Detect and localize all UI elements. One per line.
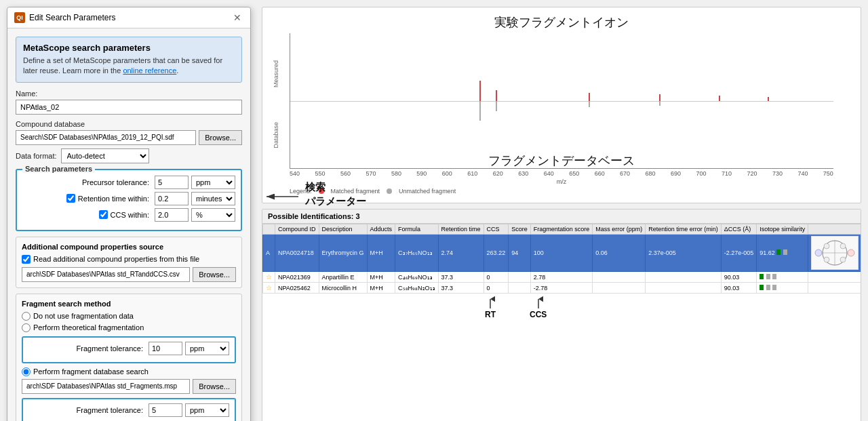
cell-dccs: 90.03 <box>721 283 757 294</box>
fragment-tol-unit-2[interactable]: ppm <box>185 403 229 417</box>
cell-compound-id: NPA025462 <box>275 283 319 294</box>
read-props-checkbox-label[interactable]: Read additional compound properties from… <box>22 255 236 264</box>
precursor-unit-select[interactable]: ppm <box>191 176 235 189</box>
ccs-arrow-svg <box>534 296 543 310</box>
star-icon: ☆ <box>266 284 272 292</box>
cell-rank: A <box>263 235 275 272</box>
bar-up-5 <box>719 96 720 101</box>
db-file-input[interactable] <box>22 379 190 394</box>
theoretical-radio[interactable] <box>22 323 31 332</box>
table-row[interactable]: ☆ NPA021369 Anpartillin E M+H C₄₆H₆₉NO₁₃… <box>263 272 861 283</box>
rt-annotation: RT <box>485 296 496 319</box>
props-file-input[interactable] <box>22 267 190 282</box>
ccs-unit-select[interactable]: % <box>191 208 235 222</box>
rt-label: RT <box>485 310 496 319</box>
rt-unit-select[interactable]: minutes <box>191 192 235 205</box>
read-props-checkbox[interactable] <box>22 255 31 264</box>
col-rt-err: Retention time error (min) <box>646 224 722 235</box>
dialog-title: Edit Search Parameters <box>29 13 115 22</box>
search-params-legend: Search parameters <box>22 165 95 173</box>
data-format-row: Data format: Auto-detect <box>16 148 242 163</box>
no-fragment-radio[interactable] <box>22 312 31 321</box>
ccs-checkbox-label[interactable]: CCS within: <box>22 210 152 219</box>
cell-score: 94 <box>509 235 531 272</box>
table-row[interactable]: ☆ NPA025462 Microcollin H M+H C₅₈H₉₈N₂O₁… <box>263 283 861 294</box>
cell-score <box>509 283 531 294</box>
props-file-browse-button[interactable]: Browse... <box>193 267 236 282</box>
rt-checkbox[interactable] <box>66 194 75 203</box>
data-format-select[interactable]: Auto-detect <box>61 148 149 163</box>
meta-header: MetaScope search parameters Define a set… <box>16 37 242 83</box>
fragment-tol-unit-1[interactable]: ppm <box>185 342 229 355</box>
compound-db-field-row: Compound database Browse... Data format:… <box>16 120 242 163</box>
mini-bar-green <box>760 274 764 279</box>
fragment-tol-row-1: Fragment tolerance: ppm <box>28 342 229 355</box>
theoretical-radio-label[interactable]: Perform theoretical fragmentation <box>22 323 236 332</box>
ccs-checkbox[interactable] <box>99 210 108 219</box>
mini-bar-gray-2 <box>772 285 776 290</box>
name-field-row: Name: <box>16 89 242 115</box>
compound-db-input[interactable] <box>16 130 196 145</box>
fragment-title: Fragment search method <box>22 300 236 308</box>
cell-mass-err: 0.06 <box>593 235 646 272</box>
results-header: Possible Identifications: 3 <box>262 209 861 224</box>
chart-title-top: 実験フラグメントイオン <box>269 14 854 31</box>
cell-compound-id: NPA0024718 <box>275 235 319 272</box>
bar-up-2 <box>496 90 497 101</box>
compound-db-label: Compound database <box>16 120 242 128</box>
db-file-browse-button[interactable]: Browse... <box>193 379 236 394</box>
cell-frag-score: 100 <box>530 235 593 272</box>
mini-bar-gray <box>766 285 770 290</box>
perform-db-radio-label[interactable]: Perform fragment database search <box>22 367 236 376</box>
bar-up-4 <box>659 94 660 101</box>
svg-point-8 <box>840 257 846 262</box>
ccs-label: CCS <box>530 310 547 319</box>
ccs-input[interactable] <box>155 208 189 222</box>
db-file-row: Browse... <box>22 379 236 394</box>
title-left: QI Edit Search Parameters <box>14 12 115 23</box>
fragment-tol-row-2: Fragment tolerance: ppm <box>28 403 229 417</box>
cell-dccs: 90.03 <box>721 272 757 283</box>
chart-title-bottom: フラグメントデータベース <box>262 153 861 169</box>
chart-legend: Legend: Matched fragment Unmatched fragm… <box>269 185 854 195</box>
cell-formula: C₄₆H₆₉NO₁₃ <box>395 272 439 283</box>
cell-adduct: M+H <box>367 272 395 283</box>
rt-ccs-annotation: RT CCS <box>262 294 861 322</box>
cell-mass-err <box>593 272 646 283</box>
bar-down-3 <box>589 101 590 108</box>
compound-db-row: Browse... <box>16 130 242 145</box>
table-row[interactable]: A NPA0024718 Erythromycin G M+H C₃₇H₆₅NO… <box>263 235 861 272</box>
cell-adduct: M+H <box>367 235 395 272</box>
fragment-tol-input-2[interactable] <box>149 403 182 417</box>
additional-title: Additional compound properties source <box>22 243 236 251</box>
svg-point-9 <box>815 249 822 256</box>
perform-db-radio[interactable] <box>22 367 31 376</box>
precursor-input[interactable] <box>155 176 189 189</box>
rt-input[interactable] <box>155 192 189 205</box>
rt-checkbox-label[interactable]: Retention time within: <box>22 194 152 203</box>
cell-compound-id: NPA021369 <box>275 272 319 283</box>
close-button[interactable]: ✕ <box>231 12 243 24</box>
cell-structure <box>808 272 861 283</box>
results-table-wrapper[interactable]: Compound ID Description Adducts Formula … <box>262 224 861 294</box>
chart-border <box>290 33 833 169</box>
meta-header-title: MetaScope search parameters <box>23 43 235 53</box>
edit-search-dialog: QI Edit Search Parameters ✕ MetaScope se… <box>7 7 251 421</box>
compound-db-browse-button[interactable]: Browse... <box>199 130 242 145</box>
no-fragment-radio-label[interactable]: Do not use fragmentation data <box>22 312 236 321</box>
col-rank <box>263 224 275 235</box>
mini-bar-green <box>760 285 764 290</box>
cell-description: Erythromycin G <box>319 235 367 272</box>
svg-point-6 <box>840 243 846 249</box>
svg-point-10 <box>848 249 854 256</box>
ccs-annotation: CCS <box>530 296 547 319</box>
name-input[interactable] <box>16 100 242 115</box>
fragment-tol-input-1[interactable] <box>149 342 182 355</box>
fragment-tol-box-2: Fragment tolerance: ppm <box>22 398 236 421</box>
cell-ccs: 263.22 <box>484 235 509 272</box>
chart-xaxis: 540 550 560 570 580 590 600 610 620 630 … <box>269 169 854 177</box>
cell-isotope: 91.62 <box>757 235 808 272</box>
dialog-body: MetaScope search parameters Define a set… <box>7 28 250 421</box>
cell-rt-err <box>646 272 722 283</box>
online-reference-link[interactable]: online reference <box>123 66 176 75</box>
